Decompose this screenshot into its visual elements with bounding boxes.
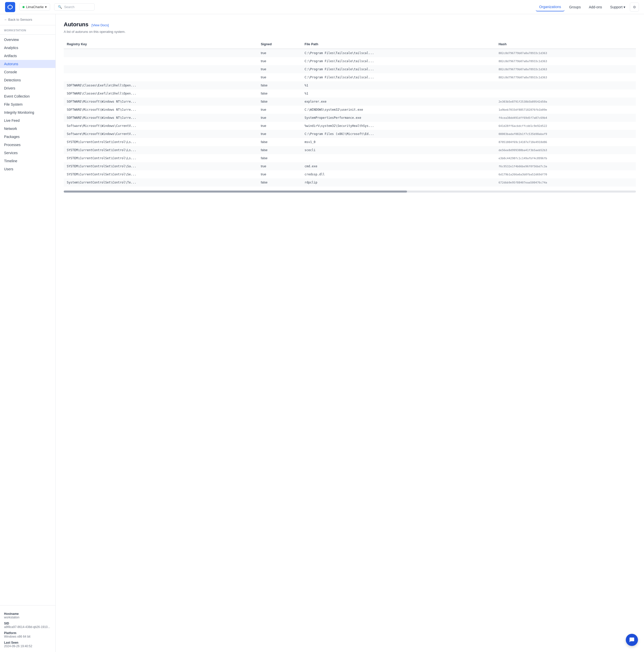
- sidebar-item-analytics[interactable]: Analytics: [0, 44, 55, 52]
- sidebar-item-network[interactable]: Network: [0, 125, 55, 133]
- sidebar-item-autoruns[interactable]: Autoruns: [0, 60, 55, 68]
- cell-file-path: explorer.exe: [302, 98, 495, 106]
- cell-hash: 882c8d796779b07a8a78933c1d363: [495, 49, 636, 57]
- cell-signed: true: [258, 65, 302, 73]
- table-row[interactable]: trueC:\Program Files\Tailscale\tailscal.…: [64, 73, 636, 81]
- cell-hash: [495, 89, 636, 98]
- sidebar-item-packages[interactable]: Packages: [0, 133, 55, 141]
- sidebar-item-integrity-monitoring[interactable]: Integrity Monitoring: [0, 108, 55, 116]
- nav-addons[interactable]: Add-ons: [585, 3, 606, 11]
- cell-file-path: [302, 154, 495, 162]
- sidebar-item-services[interactable]: Services: [0, 149, 55, 157]
- nav-support[interactable]: Support ▾: [607, 3, 629, 11]
- cell-registry-key: [64, 73, 258, 81]
- cell-hash: 87051004f69c14107e718e4910d86: [495, 138, 636, 146]
- col-signed: Signed: [258, 40, 302, 49]
- table-row[interactable]: SYSTEM\CurrentControlSet\Control\Ls...fa…: [64, 154, 636, 162]
- cell-signed: false: [258, 89, 302, 98]
- main-layout: ← Back to Sensors WORKSTATION Overview A…: [0, 14, 644, 652]
- table-row[interactable]: SYSTEM\CurrentControlSet\Control\Sa...tr…: [64, 162, 636, 170]
- cell-file-path: rdpclip: [302, 179, 495, 187]
- cell-hash: f4cea38dd491dff69d5f7a07c69b4: [495, 114, 636, 122]
- cell-file-path: scecli: [302, 146, 495, 154]
- horizontal-scrollbar[interactable]: [64, 191, 636, 193]
- table-row[interactable]: SYSTEM\CurrentControlSet\Control\Se...tr…: [64, 170, 636, 179]
- table-row[interactable]: SOFTWARE\Microsoft\Windows NT\Curre...tr…: [64, 114, 636, 122]
- sidebar-item-live-feed[interactable]: Live Feed: [0, 116, 55, 125]
- cell-signed: false: [258, 138, 302, 146]
- table-row[interactable]: SOFTWARE\Microsoft\Windows NT\Curre...fa…: [64, 98, 636, 106]
- sidebar-item-users[interactable]: Users: [0, 165, 55, 173]
- cell-signed: false: [258, 146, 302, 154]
- sidebar-item-processes[interactable]: Processes: [0, 141, 55, 149]
- cell-signed: true: [258, 114, 302, 122]
- cell-file-path: C:\Program Files\Tailscale\tailscal...: [302, 65, 495, 73]
- sidebar-item-drivers[interactable]: Drivers: [0, 84, 55, 92]
- col-hash: Hash: [495, 40, 636, 49]
- cell-registry-key: SYSTEM\CurrentControlSet\Control\Ls...: [64, 146, 258, 154]
- cell-registry-key: SOFTWARE\Microsoft\Windows NT\Curre...: [64, 106, 258, 114]
- cell-file-path: %1: [302, 89, 495, 98]
- col-registry-key: Registry Key: [64, 40, 258, 49]
- cell-hash: 672dbb9e95f88407eaa500476c74a: [495, 179, 636, 187]
- cell-hash: 6d179b1a266a6a3b8fba52d69df70: [495, 170, 636, 179]
- autoruns-table-wrap: Registry Key Signed File Path Hash trueC…: [64, 40, 636, 187]
- cell-file-path: msv1_0: [302, 138, 495, 146]
- sidebar-item-console[interactable]: Console: [0, 68, 55, 76]
- table-row[interactable]: SOFTWARE\Classes\Exefile\Shell\Open...fa…: [64, 89, 636, 98]
- table-row[interactable]: trueC:\Program Files\Tailscale\tailscal.…: [64, 57, 636, 65]
- cell-file-path: C:\Program Files\Tailscale\tailscal...: [302, 73, 495, 81]
- cell-registry-key: [64, 49, 258, 57]
- chat-bubble[interactable]: [626, 634, 638, 646]
- search-placeholder: Search: [64, 5, 74, 9]
- cell-signed: true: [258, 170, 302, 179]
- table-row[interactable]: Software\Microsoft\Windows\CurrentV...tr…: [64, 122, 636, 130]
- cell-hash: e3b0c44298fc1c149afbf4c8996fb: [495, 154, 636, 162]
- sidebar-footer: Hostname workstation SID a8f8ca97-8614-4…: [0, 605, 55, 652]
- table-row[interactable]: trueC:\Program Files\Tailscale\tailscal.…: [64, 49, 636, 57]
- sidebar-item-detections[interactable]: Detections: [0, 76, 55, 84]
- table-row[interactable]: trueC:\Program Files\Tailscale\tailscal.…: [64, 65, 636, 73]
- search-box[interactable]: 🔍 Search: [54, 3, 95, 10]
- cell-signed: false: [258, 98, 302, 106]
- table-row[interactable]: SYSTEM\CurrentControlSet\Control\Ls...fa…: [64, 138, 636, 146]
- view-docs-link[interactable]: [View Docs]: [92, 23, 109, 27]
- nav-groups[interactable]: Groups: [566, 3, 584, 11]
- table-row[interactable]: System\CurrentControlSet\Control\Te...fa…: [64, 179, 636, 187]
- page-title: Autoruns: [64, 21, 88, 28]
- cell-registry-key: SYSTEM\CurrentControlSet\Control\Ls...: [64, 138, 258, 146]
- sidebar: ← Back to Sensors WORKSTATION Overview A…: [0, 14, 56, 652]
- sidebar-item-file-system[interactable]: File System: [0, 100, 55, 108]
- sidebar-item-timeline[interactable]: Timeline: [0, 157, 55, 165]
- org-selector[interactable]: LimaCharlie ▾: [19, 3, 50, 10]
- settings-button[interactable]: ⚙: [630, 2, 639, 11]
- table-row[interactable]: Software\Microsoft\Windows\CurrentV...tr…: [64, 130, 636, 138]
- nav-organizations[interactable]: Organizations: [536, 3, 565, 11]
- cell-file-path: C:\Program Files\Tailscale\tailscal...: [302, 57, 495, 65]
- sidebar-item-artifacts[interactable]: Artifacts: [0, 52, 55, 60]
- cell-registry-key: System\CurrentControlSet\Control\Te...: [64, 179, 258, 187]
- cell-registry-key: Software\Microsoft\Windows\CurrentV...: [64, 122, 258, 130]
- cell-hash: 882c8d796779b07a8a78933c1d363: [495, 65, 636, 73]
- cell-signed: true: [258, 57, 302, 65]
- sidebar-item-event-collection[interactable]: Event Collection: [0, 92, 55, 100]
- table-row[interactable]: SOFTWARE\Microsoft\Windows NT\Curre...tr…: [64, 106, 636, 114]
- cell-signed: false: [258, 81, 302, 89]
- cell-hash: 641d28ff6acbdcffcdd1c9e92d522: [495, 122, 636, 130]
- cell-file-path: C:\Program Files (x86)\Microsoft\Ed...: [302, 130, 495, 138]
- table-row[interactable]: SOFTWARE\Classes\Exefile\Shell\Open...fa…: [64, 81, 636, 89]
- sidebar-item-overview[interactable]: Overview: [0, 36, 55, 44]
- hostname-label: Hostname: [4, 612, 51, 616]
- page-description: A list of autoruns on this operating sys…: [64, 30, 636, 34]
- platform-value: Windows x86 64 bit: [4, 635, 51, 639]
- scrollbar-thumb[interactable]: [64, 191, 407, 193]
- sid-label: SID: [4, 622, 51, 625]
- autoruns-table: Registry Key Signed File Path Hash trueC…: [64, 40, 636, 187]
- table-row[interactable]: SYSTEM\CurrentControlSet\Control\Ls...fa…: [64, 146, 636, 154]
- cell-hash: 882c8d796779b07a8a78933c1d363: [495, 57, 636, 65]
- cell-registry-key: SYSTEM\CurrentControlSet\Control\Se...: [64, 170, 258, 179]
- cell-signed: false: [258, 179, 302, 187]
- col-file-path: File Path: [302, 40, 495, 49]
- back-to-sensors[interactable]: ← Back to Sensors: [0, 14, 55, 25]
- cell-file-path: C:\Program Files\Tailscale\tailscal...: [302, 49, 495, 57]
